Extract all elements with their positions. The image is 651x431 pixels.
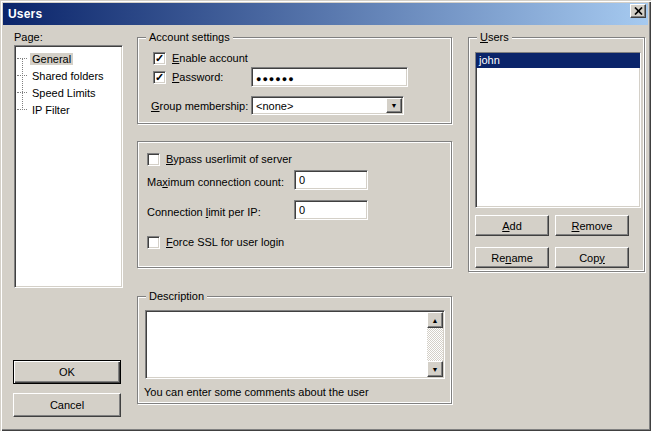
copy-button[interactable]: Copy: [555, 247, 629, 268]
checkmark-icon: ✓: [155, 73, 164, 82]
enable-account-checkbox[interactable]: ✓: [153, 52, 166, 65]
group-membership-label: Group membership:: [151, 100, 248, 113]
rename-button[interactable]: Rename: [475, 247, 549, 268]
force-ssl-checkbox[interactable]: [147, 236, 160, 249]
description-group: Description ▲ ▼ You can enter some comme…: [137, 296, 452, 404]
conn-limit-input[interactable]: [294, 200, 368, 220]
cancel-button[interactable]: Cancel: [13, 393, 121, 417]
user-list-item[interactable]: john: [476, 53, 640, 68]
limits-group: Bypass userlimit of server Maximum conne…: [137, 141, 452, 268]
page-item-shared-folders[interactable]: Shared folders: [17, 68, 106, 83]
description-field-wrap: ▲ ▼: [145, 310, 445, 379]
account-settings-group: Account settings ✓ Enable account ✓ Pass…: [137, 37, 452, 124]
description-scrollbar[interactable]: ▲ ▼: [427, 312, 443, 377]
close-icon: [634, 7, 643, 15]
bypass-userlimit-checkbox[interactable]: [147, 153, 160, 166]
password-checkbox[interactable]: ✓: [153, 71, 166, 84]
page-list[interactable]: General Shared folders Speed Limits IP F…: [14, 45, 123, 288]
description-title: Description: [146, 290, 207, 303]
group-membership-select[interactable]: <none> ▼: [251, 96, 404, 115]
page-label: Page:: [14, 31, 43, 44]
page-item-ip-filter[interactable]: IP Filter: [17, 102, 72, 117]
password-label[interactable]: Password:: [172, 71, 223, 84]
enable-account-label[interactable]: Enable account: [172, 52, 248, 65]
group-membership-value: <none>: [256, 100, 293, 112]
remove-button[interactable]: Remove: [555, 215, 629, 236]
users-dialog: Users Page: General Shared folders Speed…: [0, 0, 651, 431]
add-button[interactable]: Add: [475, 215, 549, 236]
description-hint: You can enter some comments about the us…: [144, 386, 369, 399]
arrow-up-icon: ▲: [432, 317, 439, 324]
checkmark-icon: ✓: [155, 54, 164, 63]
users-title: Users: [477, 31, 512, 44]
ok-button[interactable]: OK: [13, 360, 121, 384]
chevron-down-icon: ▼: [391, 102, 398, 109]
users-list[interactable]: john: [475, 52, 641, 208]
max-connection-label: Maximum connection count:: [147, 176, 284, 189]
scroll-down-button[interactable]: ▼: [427, 361, 443, 377]
description-textarea[interactable]: [145, 310, 445, 379]
force-ssl-label[interactable]: Force SSL for user login: [166, 236, 284, 249]
dropdown-button[interactable]: ▼: [386, 98, 402, 113]
close-button[interactable]: [630, 4, 646, 18]
page-item-speed-limits[interactable]: Speed Limits: [17, 85, 98, 100]
scrollbar-track[interactable]: [427, 328, 443, 361]
titlebar[interactable]: Users: [3, 3, 648, 25]
users-group: Users john Add Remove Rename Copy: [468, 37, 645, 272]
bypass-userlimit-label[interactable]: Bypass userlimit of server: [166, 153, 292, 166]
page-item-general[interactable]: General: [17, 51, 73, 66]
scroll-up-button[interactable]: ▲: [427, 312, 443, 328]
max-connection-input[interactable]: [294, 170, 368, 190]
conn-limit-label: Connection limit per IP:: [147, 206, 261, 219]
arrow-down-icon: ▼: [432, 366, 439, 373]
window-title: Users: [3, 7, 42, 21]
password-input[interactable]: [251, 67, 408, 87]
account-settings-title: Account settings: [146, 31, 233, 44]
